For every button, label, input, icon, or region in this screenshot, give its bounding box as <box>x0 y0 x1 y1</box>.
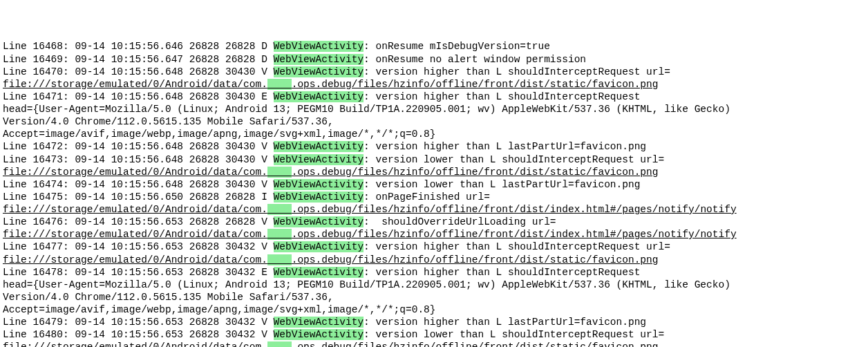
redacted-text: hndc <box>267 229 292 240</box>
highlight-tag: WebViewActivity <box>274 191 364 203</box>
highlight-tag: WebViewActivity <box>274 329 364 340</box>
log-line: Line 16470: 09-14 10:15:56.648 26828 304… <box>3 66 865 78</box>
highlight-tag: WebViewActivity <box>274 66 364 77</box>
log-line: Version/4.0 Chrome/112.0.5615.135 Mobile… <box>3 291 865 303</box>
log-line: Accept=image/avif,image/webp,image/apng,… <box>3 303 865 316</box>
redacted-text: hndc <box>267 254 292 265</box>
highlight-tag: WebViewActivity <box>274 317 364 328</box>
log-output: Line 16468: 09-14 10:15:56.646 26828 268… <box>3 40 865 347</box>
log-line: file:///storage/emulated/0/Android/data/… <box>3 254 865 266</box>
highlight-tag: WebViewActivity <box>274 154 364 165</box>
log-line: file:///storage/emulated/0/Android/data/… <box>3 166 865 178</box>
highlight-tag: WebViewActivity <box>274 54 364 65</box>
highlight-tag: WebViewActivity <box>274 179 364 190</box>
log-line: Line 16476: 09-14 10:15:56.653 26828 268… <box>3 216 865 228</box>
highlight-tag: WebViewActivity <box>274 41 364 52</box>
url-text: file:///storage/emulated/0/Android/data/… <box>3 79 658 90</box>
log-line: Line 16468: 09-14 10:15:56.646 26828 268… <box>3 40 865 53</box>
log-line: Accept=image/avif,image/webp,image/apng,… <box>3 128 865 140</box>
highlight-tag: WebViewActivity <box>274 267 364 278</box>
url-text: file:///storage/emulated/0/Android/data/… <box>3 254 658 265</box>
log-line: file:///storage/emulated/0/Android/data/… <box>3 203 865 216</box>
highlight-tag: WebViewActivity <box>274 141 364 152</box>
url-text: file:///storage/emulated/0/Android/data/… <box>3 341 658 347</box>
log-line: file:///storage/emulated/0/Android/data/… <box>3 341 865 347</box>
redacted-text: hndc <box>267 167 292 178</box>
log-line: Line 16478: 09-14 10:15:56.653 26828 304… <box>3 266 865 279</box>
log-line: Line 16473: 09-14 10:15:56.648 26828 304… <box>3 153 865 166</box>
log-line: file:///storage/emulated/0/Android/data/… <box>3 228 865 241</box>
log-line: Line 16474: 09-14 10:15:56.648 26828 304… <box>3 178 865 191</box>
log-line: Line 16480: 09-14 10:15:56.653 26828 304… <box>3 328 865 341</box>
redacted-text: hndc <box>267 341 292 347</box>
log-line: Line 16471: 09-14 10:15:56.648 26828 304… <box>3 91 865 103</box>
log-line: Line 16469: 09-14 10:15:56.647 26828 268… <box>3 53 865 66</box>
highlight-tag: WebViewActivity <box>274 241 364 252</box>
url-text: file:///storage/emulated/0/Android/data/… <box>3 229 737 240</box>
redacted-text: hndc <box>267 204 292 215</box>
log-line: Line 16475: 09-14 10:15:56.650 26828 268… <box>3 191 865 203</box>
log-line: head={User-Agent=Mozilla/5.0 (Linux; And… <box>3 279 865 291</box>
redacted-text: hndc <box>267 79 292 90</box>
highlight-tag: WebViewActivity <box>274 91 364 102</box>
log-line: Line 16477: 09-14 10:15:56.653 26828 304… <box>3 241 865 253</box>
url-text: file:///storage/emulated/0/Android/data/… <box>3 204 737 215</box>
log-line: Line 16472: 09-14 10:15:56.648 26828 304… <box>3 140 865 153</box>
log-line: file:///storage/emulated/0/Android/data/… <box>3 78 865 91</box>
log-line: Line 16479: 09-14 10:15:56.653 26828 304… <box>3 316 865 328</box>
log-line: Version/4.0 Chrome/112.0.5615.135 Mobile… <box>3 115 865 128</box>
log-line: head={User-Agent=Mozilla/5.0 (Linux; And… <box>3 103 865 115</box>
highlight-tag: WebViewActivity <box>274 216 364 227</box>
url-text: file:///storage/emulated/0/Android/data/… <box>3 167 658 178</box>
